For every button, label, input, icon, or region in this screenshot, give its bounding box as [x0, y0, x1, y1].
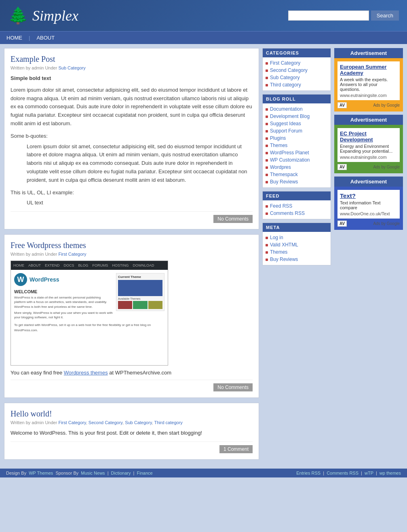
post-1-para1: Lorem ipsum dolor sit amet, consectetur …: [11, 86, 253, 128]
br-2-link[interactable]: Development Blog: [270, 114, 310, 119]
meta-3-link[interactable]: Themes: [270, 249, 287, 255]
br-3: Suggest Ideas: [263, 120, 331, 127]
br-1-link[interactable]: Documentation: [270, 106, 303, 112]
meta-4-link[interactable]: Buy Reviews: [270, 257, 298, 262]
br-1: Documentation: [263, 105, 331, 113]
post-2-themes-link[interactable]: Wordpress themes: [64, 370, 108, 376]
meta-2-link[interactable]: Valid XHTML: [270, 242, 298, 248]
ad-2-av: AV: [337, 164, 347, 170]
cat-3: Sub Category: [263, 74, 331, 81]
br-9: Wordpres: [263, 164, 331, 171]
sidebar-blogroll: BLOG ROLL Documentation Development Blog…: [262, 94, 331, 188]
meta-3: Themes: [263, 248, 331, 256]
post-2-no-comments[interactable]: No Comments: [213, 383, 253, 391]
ad-2: Advertisement EC Project Development Ene…: [334, 115, 403, 173]
ad-3-text: Text information Text compare: [340, 200, 397, 210]
post-3-cat1[interactable]: First Category: [58, 420, 86, 425]
br-2: Development Blog: [263, 113, 331, 120]
post-3-cat2[interactable]: Second Category: [89, 420, 122, 425]
categories-title: CATEGORIES: [263, 48, 331, 57]
ad-1-link[interactable]: European Summer Academy: [340, 64, 397, 76]
post-free-wp: Free Wordpress themes Written by admin U…: [4, 234, 259, 398]
br-7: WordPress Planet: [263, 149, 331, 156]
post-1-body: Simple bold text Lorem ipsum dolor sit a…: [11, 74, 253, 207]
blogroll-title: BLOG ROLL: [263, 95, 331, 103]
ad-column: Advertisement European Summer Academy A …: [334, 48, 403, 233]
footer-comments-rss[interactable]: Comments RSS: [327, 471, 358, 475]
nav-about[interactable]: ABOUT: [30, 32, 61, 44]
footer-entries-rss[interactable]: Entries RSS: [296, 471, 321, 475]
cat-4-link[interactable]: Third category: [270, 82, 301, 88]
blogroll-list: Documentation Development Blog Suggest I…: [263, 103, 331, 187]
ad-3-url: www.DoorOne.co.uk/Text: [340, 211, 397, 216]
ad-2-url: www.eutrainingsite.com: [340, 155, 397, 160]
meta-list: Log in Valid XHTML Themes Buy Reviews: [263, 232, 331, 265]
search-form: Search: [288, 11, 399, 21]
categories-list: First Category Second Category Sub Categ…: [263, 57, 331, 90]
feed-1-link[interactable]: Feed RSS: [270, 203, 292, 209]
main-wrapper: Example Post Written by admin Under Sub …: [0, 44, 407, 469]
br-5-link[interactable]: Plugins: [270, 135, 286, 141]
post-3-cat4[interactable]: Third category: [154, 420, 183, 425]
br-7-link[interactable]: WordPress Planet: [270, 150, 309, 156]
main-content: Example Post Written by admin Under Sub …: [4, 48, 259, 465]
br-8-link[interactable]: WP Customization: [270, 157, 310, 163]
post-3-title: Hello world!: [11, 409, 253, 418]
br-10-link[interactable]: Themespack: [270, 172, 298, 177]
post-2-title: Free Wordpress themes: [11, 241, 253, 250]
post-1-title: Example Post: [11, 55, 253, 64]
br-3-link[interactable]: Suggest Ideas: [270, 121, 301, 126]
meta-1-link[interactable]: Log in: [270, 235, 283, 240]
ad-3-link[interactable]: Text?: [340, 192, 397, 199]
br-4-link[interactable]: Support Forum: [270, 128, 302, 134]
post-3-comment-btn[interactable]: 1 Comment: [219, 445, 253, 453]
footer-finance[interactable]: Finance: [137, 471, 153, 475]
footer-wp-themes2[interactable]: wp themes: [380, 471, 401, 475]
br-6: Themes: [263, 142, 331, 149]
meta-1: Log in: [263, 234, 331, 241]
ad-2-text: Energy and Environment Expanding your po…: [340, 144, 397, 154]
logo-icon: 🌲: [8, 6, 28, 25]
ad-1-text: A week with the experts. Answers to all …: [340, 77, 397, 92]
ad-1: Advertisement European Summer Academy A …: [334, 48, 403, 111]
site-footer: Design By WP Themes Sponsor By Music New…: [0, 469, 407, 477]
br-11-link[interactable]: Buy Reviews: [270, 179, 298, 185]
search-button[interactable]: Search: [371, 11, 399, 21]
ad-3-ads-by: Ads by Google: [373, 221, 400, 226]
ad-2-link[interactable]: EC Project Development: [340, 130, 397, 143]
feed-2-link[interactable]: Comments RSS: [270, 210, 305, 216]
nav-home[interactable]: HOME: [0, 32, 29, 44]
cat-3-link[interactable]: Sub Category: [270, 75, 299, 80]
cat-2-link[interactable]: Second Category: [270, 67, 308, 73]
cat-1-link[interactable]: First Category: [270, 60, 300, 66]
sidebar-meta: META Log in Valid XHTML Themes Buy Revie…: [262, 223, 331, 265]
cat-2: Second Category: [263, 67, 331, 74]
feed-title: FEED: [263, 191, 331, 200]
main-nav: HOME | ABOUT: [0, 31, 407, 44]
post-1-blockquote: Lorem ipsum dolor sit amet, consectetur …: [27, 143, 253, 185]
ad-3: Advertisement Text? Text information Tex…: [334, 177, 403, 230]
post-2-category-link[interactable]: First Category: [58, 252, 86, 257]
post-3-cat3[interactable]: Sub Category: [125, 420, 152, 425]
cat-4: Third category: [263, 81, 331, 88]
meta-title: META: [263, 223, 331, 232]
ad-1-av: AV: [337, 102, 347, 108]
footer-dictionary[interactable]: Dictionary: [111, 471, 131, 475]
footer-wp-themes[interactable]: WP Themes: [29, 471, 53, 475]
br-9-link[interactable]: Wordpres: [270, 164, 291, 170]
wp-screenshot: HOME ABOUT EXTEND DOCS BLOG FORUMS HOSTI…: [11, 261, 168, 366]
post-2-body: You can easy find free Wordpress themes …: [11, 370, 253, 376]
footer-wtp[interactable]: wTP: [365, 471, 373, 475]
sidebar-categories: CATEGORIES First Category Second Categor…: [262, 48, 331, 91]
br-10: Themespack: [263, 171, 331, 178]
post-2-meta: Written by admin Under First Category: [11, 252, 253, 257]
search-input[interactable]: [288, 11, 369, 21]
post-1-no-comments[interactable]: No Comments: [213, 215, 253, 223]
post-3-body: Welcome to WordPress. This is your first…: [11, 429, 253, 437]
ad-2-ads-by: Ads by Google: [373, 165, 400, 169]
post-1-category-link[interactable]: Sub Category: [58, 65, 85, 70]
br-6-link[interactable]: Themes: [270, 143, 287, 148]
feed-1: Feed RSS: [263, 202, 331, 210]
footer-music-news[interactable]: Music News: [81, 471, 105, 475]
post-1-list-label: This is UL, OL, LI example:: [11, 189, 253, 197]
